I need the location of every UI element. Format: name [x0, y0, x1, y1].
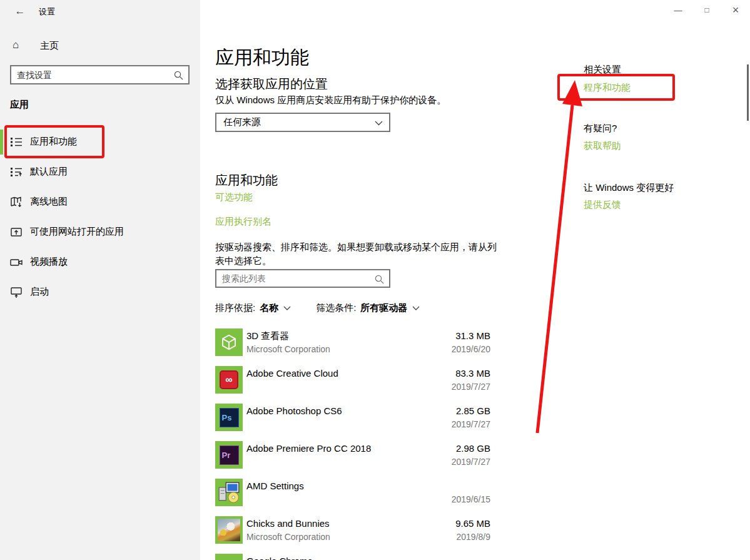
home-icon: ⌂ [13, 39, 19, 51]
sidebar: ← 设置 ⌂ 主页 应用 应用和功能 默认应用 离线地图 [0, 0, 200, 560]
app-icon: Pr [215, 441, 243, 469]
app-row[interactable]: Ps Adobe Photoshop CS6 2.85 GB 2019/7/27 [215, 402, 490, 439]
app-row[interactable]: Pr Adobe Premiere Pro CC 2018 2.98 GB 20… [215, 439, 490, 477]
app-size: 83.3 MB [455, 368, 490, 379]
apps-search-input[interactable] [216, 270, 389, 287]
chevron-down-icon[interactable] [412, 306, 420, 310]
maximize-button[interactable]: □ [692, 0, 721, 20]
app-icon: Ps [215, 404, 243, 431]
programs-and-features-link[interactable]: 程序和功能 [584, 82, 631, 94]
sort-filter-row: 排序依据: 名称 筛选条件: 所有驱动器 [215, 302, 420, 314]
app-name: Adobe Creative Cloud [246, 368, 338, 379]
app-icon: ∞ [215, 366, 243, 394]
app-date: 2019/6/15 [452, 494, 490, 504]
app-row[interactable]: Chicks and Bunnies Microsoft Corporation… [215, 514, 490, 552]
give-feedback-link[interactable]: 提供反馈 [584, 199, 621, 211]
app-date: 2019/7/27 [452, 457, 490, 467]
app-icon [215, 516, 243, 544]
have-question-heading: 有疑问? [584, 123, 617, 135]
sidebar-section-label: 应用 [10, 99, 29, 111]
app-publisher: Microsoft Corporation [246, 344, 330, 354]
photo-thumbnail-icon [218, 519, 240, 541]
map-download-icon [9, 195, 23, 209]
app-execution-aliases-link[interactable]: 应用执行别名 [215, 216, 271, 228]
window-title: 设置 [39, 6, 55, 18]
filter-label: 筛选条件: [316, 302, 356, 314]
sort-value-dropdown[interactable]: 名称 [260, 302, 278, 314]
close-button[interactable]: × [721, 0, 750, 20]
sidebar-item-home[interactable]: ⌂ 主页 [0, 36, 200, 56]
app-icon [215, 554, 243, 560]
adobe-cc-icon: ∞ [220, 370, 238, 389]
app-date: 2019/7/27 [452, 382, 490, 392]
app-name: Adobe Photoshop CS6 [246, 405, 342, 416]
cube-3d-icon [220, 333, 238, 352]
make-windows-better-heading: 让 Windows 变得更好 [584, 182, 674, 194]
monitor-arrow-up-icon [9, 285, 23, 299]
app-date: 2019/8/9 [457, 532, 491, 542]
installer-icon [217, 481, 241, 504]
chevron-down-icon[interactable] [283, 306, 291, 310]
back-button[interactable]: ← [11, 4, 29, 19]
minimize-button[interactable]: — [664, 0, 692, 20]
app-size: 2.85 GB [456, 405, 490, 416]
search-icon [374, 274, 385, 285]
app-name: Chicks and Bunnies [246, 518, 330, 529]
app-row[interactable]: AMD Settings 2019/6/15 [215, 477, 490, 514]
app-size: 2.98 GB [456, 443, 490, 454]
video-camera-icon [9, 255, 23, 269]
box-arrow-up-icon [9, 225, 23, 239]
apps-search-box [215, 269, 390, 288]
sidebar-item-label: 默认应用 [30, 166, 68, 178]
app-name: AMD Settings [246, 481, 304, 491]
install-source-heading: 选择获取应用的位置 [215, 76, 328, 93]
related-settings-heading: 相关设置 [584, 64, 621, 76]
list-bullets-icon [9, 135, 23, 149]
filter-value-dropdown[interactable]: 所有驱动器 [360, 302, 407, 314]
optional-features-link[interactable]: 可选功能 [215, 191, 253, 203]
app-row[interactable]: 3D 查看器 Microsoft Corporation 31.3 MB 201… [215, 327, 490, 364]
sidebar-item-label: 可使用网站打开的应用 [30, 226, 124, 238]
list-default-icon [9, 165, 23, 179]
settings-search-box [10, 65, 190, 84]
install-source-description: 仅从 Windows 应用商店安装应用有助于保护你的设备。 [215, 94, 446, 106]
settings-search-input[interactable] [11, 66, 188, 83]
apps-section-heading: 应用和功能 [215, 172, 278, 189]
sidebar-item-apps-features[interactable]: 应用和功能 [0, 127, 200, 157]
photoshop-icon: Ps [220, 408, 239, 427]
app-row[interactable]: ∞ Adobe Creative Cloud 83.3 MB 2019/7/27 [215, 364, 490, 402]
sort-label: 排序依据: [215, 302, 255, 314]
app-publisher: Microsoft Corporation [246, 532, 330, 542]
app-row[interactable]: Google Chrome [215, 552, 490, 560]
window-controls: — □ × [664, 0, 750, 20]
scrollbar-thumb[interactable] [747, 64, 749, 121]
home-label: 主页 [40, 40, 59, 52]
sidebar-item-video-playback[interactable]: 视频播放 [0, 247, 200, 277]
sidebar-nav: 应用和功能 默认应用 离线地图 可使用网站打开的应用 视频播放 启动 [0, 127, 200, 307]
sidebar-item-label: 应用和功能 [30, 136, 77, 148]
page-title: 应用和功能 [215, 45, 309, 71]
app-icon [215, 479, 243, 506]
sidebar-item-label: 离线地图 [30, 196, 68, 208]
selected-accent-bar [0, 130, 3, 155]
app-size: 9.65 MB [455, 518, 490, 529]
app-date: 2019/6/20 [452, 344, 490, 354]
chevron-down-icon [375, 121, 383, 126]
sidebar-item-startup[interactable]: 启动 [0, 277, 200, 307]
premiere-icon: Pr [220, 445, 239, 465]
app-name: 3D 查看器 [246, 330, 289, 342]
sidebar-item-apps-websites[interactable]: 可使用网站打开的应用 [0, 217, 200, 247]
sidebar-item-default-apps[interactable]: 默认应用 [0, 157, 200, 187]
app-icon [215, 328, 243, 356]
install-source-dropdown[interactable]: 任何来源 [215, 113, 390, 132]
apps-list: 3D 查看器 Microsoft Corporation 31.3 MB 201… [215, 327, 490, 560]
app-name: Adobe Premiere Pro CC 2018 [246, 443, 371, 454]
search-icon [173, 70, 184, 81]
get-help-link[interactable]: 获取帮助 [584, 140, 621, 152]
sidebar-item-label: 启动 [30, 286, 49, 298]
sidebar-item-offline-maps[interactable]: 离线地图 [0, 187, 200, 217]
apps-list-description: 按驱动器搜索、排序和筛选。如果想要卸载或移动某个应用，请从列表中选择它。 [215, 240, 500, 268]
sidebar-item-label: 视频播放 [30, 256, 68, 268]
app-size: 31.3 MB [455, 330, 490, 341]
app-date: 2019/7/27 [452, 419, 490, 429]
